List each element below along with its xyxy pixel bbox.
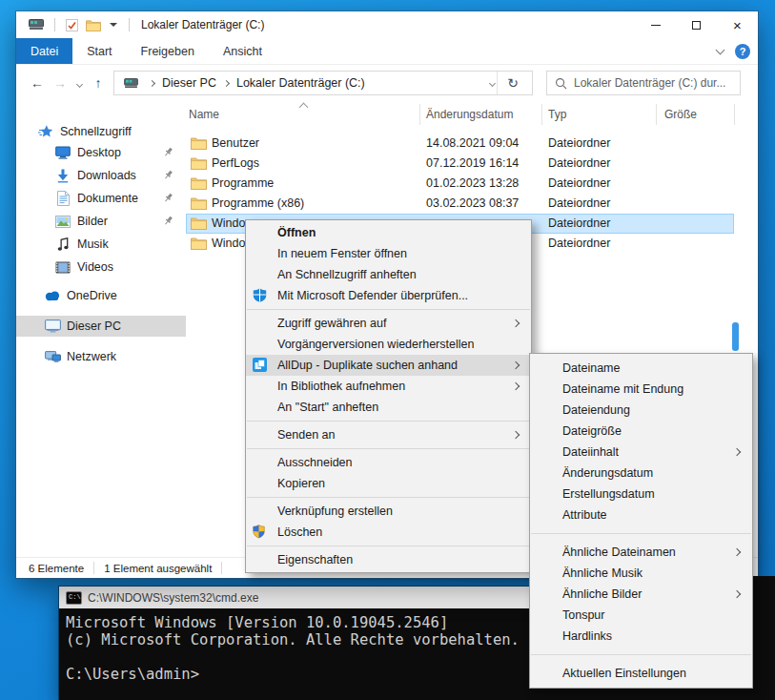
breadcrumb-item-current[interactable]: Lokaler Datenträger (C:) [236, 76, 365, 90]
submenu-item-attributes[interactable]: Attribute [530, 504, 752, 525]
file-row-perflogs[interactable]: PerfLogs 07.12.2019 16:14 Dateiordner [186, 154, 734, 174]
menu-item-open[interactable]: Öffnen [246, 222, 531, 243]
sort-ascending-icon [299, 103, 309, 113]
file-name: Programme [212, 176, 274, 190]
search-input[interactable] [574, 76, 732, 90]
file-name: Windo [212, 237, 245, 250]
file-row-benutzer[interactable]: Benutzer 14.08.2021 09:04 Dateiordner [186, 134, 734, 154]
submenu-item-similar-music[interactable]: Ähnliche Musik [530, 563, 752, 584]
menu-item-label: Dateiinhalt [562, 445, 619, 459]
context-menu: Öffnen In neuem Fenster öffnen An Schnel… [245, 219, 532, 573]
up-button[interactable]: ↑ [87, 75, 110, 91]
sidebar-item-dokumente[interactable]: Dokumente [16, 188, 186, 209]
menu-item-label: In neuem Fenster öffnen [277, 247, 407, 260]
address-dropdown-chevron-icon[interactable] [489, 79, 496, 86]
sidebar-item-musik[interactable]: Musik [16, 234, 186, 255]
submenu-item-created-date[interactable]: Erstellungsdatum [530, 484, 752, 504]
menu-item-copy[interactable]: Kopieren [246, 473, 531, 494]
sidebar-item-label: Dieser PC [67, 319, 121, 333]
menu-item-label: Vorgängerversionen wiederherstellen [277, 338, 474, 351]
menu-item-pin-to-start[interactable]: An "Start" anheften [246, 397, 531, 418]
submenu-item-filename-with-extension[interactable]: Dateiname mit Endung [530, 379, 752, 400]
submenu-item-hardlinks[interactable]: Hardlinks [530, 626, 752, 647]
ribbon-tabs: Datei Start Freigeben Ansicht ? [16, 38, 758, 65]
back-button[interactable]: ← [26, 75, 49, 91]
pin-icon [163, 147, 173, 160]
submenu-item-filename[interactable]: Dateiname [530, 358, 752, 379]
list-scrollbar-thumb[interactable] [732, 322, 739, 351]
sidebar-item-schnellzugriff[interactable]: Schnellzugriff [16, 121, 186, 142]
file-name: Windo [212, 216, 245, 230]
file-name: Programme (x86) [212, 196, 304, 210]
submenu-chevron-icon [512, 431, 520, 439]
alldup-icon [253, 358, 267, 372]
column-header-name[interactable]: Name [189, 108, 219, 121]
column-header-modified[interactable]: Änderungsdatum [426, 108, 513, 121]
menu-item-give-access[interactable]: Zugriff gewähren auf [246, 313, 531, 334]
menu-item-cut[interactable]: Ausschneiden [246, 452, 531, 473]
defender-shield-icon [253, 288, 267, 302]
maximize-button[interactable] [676, 11, 717, 38]
tab-datei[interactable]: Datei [16, 38, 72, 64]
sidebar-item-dieser-pc[interactable]: Dieser PC [16, 316, 186, 337]
menu-item-properties[interactable]: Eigenschaften [246, 549, 531, 570]
sidebar-item-label: Bilder [77, 215, 108, 228]
expand-ribbon-chevron-icon[interactable] [716, 46, 725, 55]
minimize-button[interactable] [635, 11, 676, 38]
sidebar-item-bilder[interactable]: Bilder [16, 211, 186, 232]
tab-freigeben[interactable]: Freigeben [127, 38, 209, 64]
titlebar-separator [54, 18, 55, 31]
submenu-item-file-content[interactable]: Dateiinhalt [530, 442, 752, 463]
menu-separator [247, 421, 530, 422]
sidebar-item-desktop[interactable]: Desktop [16, 142, 186, 163]
menu-item-defender-scan[interactable]: Mit Microsoft Defender überprüfen... [246, 285, 531, 306]
submenu-item-similar-images[interactable]: Ähnliche Bilder [530, 584, 752, 605]
menu-item-pin-quick-access[interactable]: An Schnellzugriff anheften [246, 264, 531, 285]
search-box[interactable] [546, 71, 741, 95]
menu-item-label: Dateiname mit Endung [562, 382, 683, 396]
menu-item-create-shortcut[interactable]: Verknüpfung erstellen [246, 501, 531, 522]
menu-item-restore-versions[interactable]: Vorgängerversionen wiederherstellen [246, 334, 531, 355]
recent-locations-chevron-icon[interactable] [71, 75, 87, 91]
sidebar-item-videos[interactable]: Videos [16, 257, 186, 278]
quick-access-star-icon [35, 124, 56, 139]
submenu-item-file-size[interactable]: Dateigröße [530, 421, 752, 442]
qat-properties-icon[interactable] [66, 19, 78, 31]
menu-item-label: In Bibliothek aufnehmen [277, 380, 405, 393]
qat-customize-chevron-icon[interactable] [110, 23, 117, 27]
menu-item-open-new-window[interactable]: In neuem Fenster öffnen [246, 243, 531, 264]
submenu-item-similar-filenames[interactable]: Ähnliche Dateinamen [530, 542, 752, 563]
cmd-title: C:\WINDOWS\system32\cmd.exe [88, 591, 258, 605]
titlebar[interactable]: Lokaler Datenträger (C:) × [16, 11, 758, 38]
tab-ansicht[interactable]: Ansicht [209, 38, 276, 64]
tab-label: Start [87, 45, 112, 58]
sidebar-item-netzwerk[interactable]: Netzwerk [16, 346, 186, 367]
submenu-chevron-icon [512, 361, 520, 369]
breadcrumb-item-dieser-pc[interactable]: Dieser PC [162, 76, 216, 90]
submenu-item-current-settings[interactable]: Aktuellen Einstellungen [530, 663, 752, 684]
refresh-icon[interactable]: ↻ [500, 75, 526, 91]
forward-button[interactable]: → [49, 75, 71, 91]
menu-item-label: An "Start" anheften [277, 401, 378, 414]
cmd-icon: C:\ [66, 591, 82, 605]
menu-item-alldup[interactable]: AllDup - Duplikate suchen anhand [246, 355, 531, 376]
sidebar-item-onedrive[interactable]: OneDrive [16, 285, 186, 306]
breadcrumb[interactable]: Dieser PC Lokaler Datenträger (C:) ↻ [113, 71, 533, 95]
file-row-programme[interactable]: Programme 01.02.2023 13:28 Dateiordner [186, 174, 734, 194]
help-icon[interactable]: ? [735, 44, 750, 59]
close-button[interactable]: × [717, 11, 758, 38]
submenu-item-modified-date[interactable]: Änderungsdatum [530, 463, 752, 484]
column-header-size[interactable]: Größe [664, 108, 697, 121]
menu-item-send-to[interactable]: Senden an [246, 424, 531, 445]
sidebar-item-downloads[interactable]: Downloads [16, 165, 186, 186]
column-header-type[interactable]: Typ [548, 108, 566, 121]
file-row-programme-x86[interactable]: Programme (x86) 03.02.2023 08:37 Dateior… [186, 194, 734, 214]
qat-new-folder-icon[interactable] [86, 19, 101, 31]
tab-start[interactable]: Start [72, 38, 126, 64]
menu-item-add-to-library[interactable]: In Bibliothek aufnehmen [246, 376, 531, 397]
submenu-item-file-extension[interactable]: Dateiendung [530, 400, 752, 421]
address-bar: ← → ↑ Dieser PC Lokaler Datenträger (C:)… [16, 65, 758, 101]
menu-item-label: Dateiendung [562, 403, 630, 417]
menu-item-delete[interactable]: Löschen [246, 522, 531, 543]
submenu-item-audio-track[interactable]: Tonspur [530, 605, 752, 626]
